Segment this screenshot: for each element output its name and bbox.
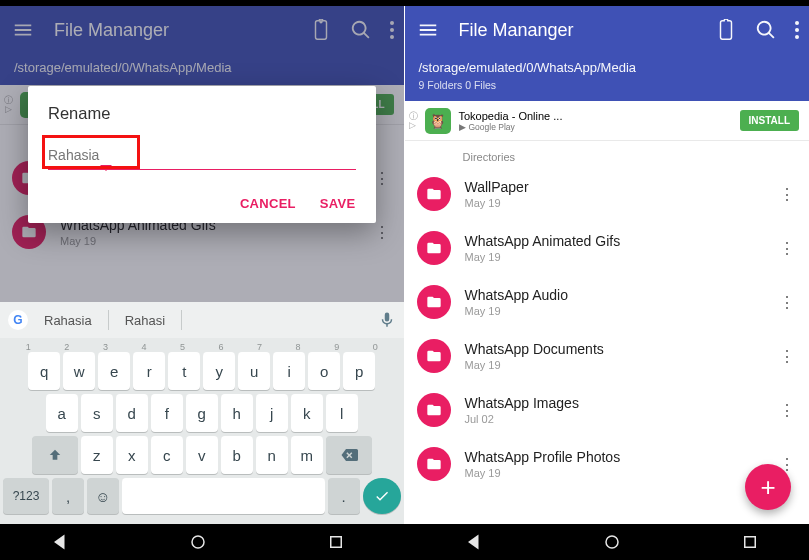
folder-icon [417, 285, 451, 319]
key[interactable]: y [203, 352, 235, 390]
clipboard-icon[interactable] [715, 19, 737, 41]
section-header: Directories [405, 141, 810, 167]
home-button[interactable] [189, 533, 207, 551]
svg-point-4 [795, 28, 799, 32]
recents-button[interactable] [741, 533, 759, 551]
item-date: May 19 [465, 251, 778, 263]
key[interactable]: o [308, 352, 340, 390]
svg-point-3 [795, 21, 799, 25]
item-date: May 19 [465, 197, 778, 209]
back-button[interactable] [51, 533, 69, 551]
key[interactable]: z [81, 436, 113, 474]
phone-right: File Mananger /storage/emulated/0/WhatsA… [405, 6, 810, 524]
item-date: Jul 02 [465, 413, 778, 425]
suggestion[interactable]: Rahasia [34, 313, 102, 328]
item-name: WallPaper [465, 179, 778, 195]
key[interactable]: c [151, 436, 183, 474]
cancel-button[interactable]: CANCEL [240, 196, 296, 211]
phone-left: File Mananger /storage/emulated/0/WhatsA… [0, 6, 405, 524]
key[interactable]: e [98, 352, 130, 390]
key[interactable]: h [221, 394, 253, 432]
search-icon[interactable] [755, 19, 777, 41]
folder-icon [417, 447, 451, 481]
rename-input[interactable] [48, 143, 356, 170]
item-name: WhatsApp Animated Gifs [465, 233, 778, 249]
key[interactable]: m [291, 436, 323, 474]
emoji-key[interactable]: ☺ [87, 478, 119, 514]
item-more-icon[interactable]: ⋮ [777, 239, 797, 258]
item-more-icon[interactable]: ⋮ [777, 185, 797, 204]
item-more-icon[interactable]: ⋮ [777, 401, 797, 420]
install-button[interactable]: INSTALL [740, 110, 799, 131]
keyboard: G Rahasia Rahasi 1234567890 qwertyuiop [0, 302, 404, 524]
list-item[interactable]: WhatsApp ImagesJul 02⋮ [405, 383, 810, 437]
key[interactable]: q [28, 352, 60, 390]
app-bar: File Mananger [405, 6, 810, 54]
key[interactable]: v [186, 436, 218, 474]
item-name: WhatsApp Images [465, 395, 778, 411]
overflow-icon[interactable] [795, 19, 799, 41]
key[interactable]: g [186, 394, 218, 432]
google-icon[interactable]: G [8, 310, 28, 330]
mic-icon[interactable] [378, 311, 396, 329]
path-text: /storage/emulated/0/WhatsApp/Media [419, 60, 796, 75]
comma-key[interactable]: , [52, 478, 84, 514]
key[interactable]: i [273, 352, 305, 390]
key[interactable]: t [168, 352, 200, 390]
path-bar: /storage/emulated/0/WhatsApp/Media 9 Fol… [405, 54, 810, 101]
recents-button[interactable] [327, 533, 345, 551]
item-name: WhatsApp Documents [465, 341, 778, 357]
key[interactable]: r [133, 352, 165, 390]
period-key[interactable]: . [328, 478, 360, 514]
svg-point-5 [795, 35, 799, 39]
key[interactable]: a [46, 394, 78, 432]
key[interactable]: u [238, 352, 270, 390]
key[interactable]: p [343, 352, 375, 390]
save-button[interactable]: SAVE [320, 196, 356, 211]
enter-key[interactable] [363, 478, 401, 514]
key[interactable]: j [256, 394, 288, 432]
item-more-icon[interactable]: ⋮ [777, 347, 797, 366]
list-item[interactable]: WhatsApp DocumentsMay 19⋮ [405, 329, 810, 383]
list-item[interactable]: WhatsApp AudioMay 19⋮ [405, 275, 810, 329]
ad-title: Tokopedia - Online ... [459, 110, 732, 122]
item-date: May 19 [465, 359, 778, 371]
dialog-title: Rename [48, 104, 356, 123]
folder-icon [417, 177, 451, 211]
suggestion[interactable]: Rahasi [115, 313, 175, 328]
folder-icon [417, 231, 451, 265]
symbols-key[interactable]: ?123 [3, 478, 49, 514]
ad-store: ▶ Google Play [459, 122, 732, 132]
home-button[interactable] [603, 533, 621, 551]
kb-number-hints: 1234567890 [3, 342, 401, 352]
key[interactable]: b [221, 436, 253, 474]
key[interactable]: s [81, 394, 113, 432]
svg-point-6 [192, 536, 204, 548]
text-cursor-handle[interactable] [100, 165, 112, 177]
item-date: May 19 [465, 467, 778, 479]
key[interactable]: f [151, 394, 183, 432]
key[interactable]: x [116, 436, 148, 474]
key[interactable]: k [291, 394, 323, 432]
back-button[interactable] [465, 533, 483, 551]
folder-icon [417, 393, 451, 427]
key[interactable]: w [63, 352, 95, 390]
key[interactable]: d [116, 394, 148, 432]
fab-add[interactable]: + [745, 464, 791, 510]
list-item[interactable]: WallPaperMay 19⋮ [405, 167, 810, 221]
ad-marker: ⓘ▷ [409, 112, 417, 130]
ad-banner[interactable]: ⓘ▷ 🦉 Tokopedia - Online ... ▶ Google Pla… [405, 101, 810, 141]
key[interactable]: l [326, 394, 358, 432]
menu-icon[interactable] [417, 19, 439, 41]
item-name: WhatsApp Audio [465, 287, 778, 303]
item-date: May 19 [465, 305, 778, 317]
app-title: File Mananger [459, 20, 716, 41]
shift-key[interactable] [32, 436, 78, 474]
item-more-icon[interactable]: ⋮ [777, 293, 797, 312]
list-item[interactable]: WhatsApp Animated GifsMay 19⋮ [405, 221, 810, 275]
space-key[interactable] [122, 478, 325, 514]
key[interactable]: n [256, 436, 288, 474]
backspace-key[interactable] [326, 436, 372, 474]
svg-point-8 [606, 536, 618, 548]
folder-list: WallPaperMay 19⋮ WhatsApp Animated GifsM… [405, 167, 810, 491]
